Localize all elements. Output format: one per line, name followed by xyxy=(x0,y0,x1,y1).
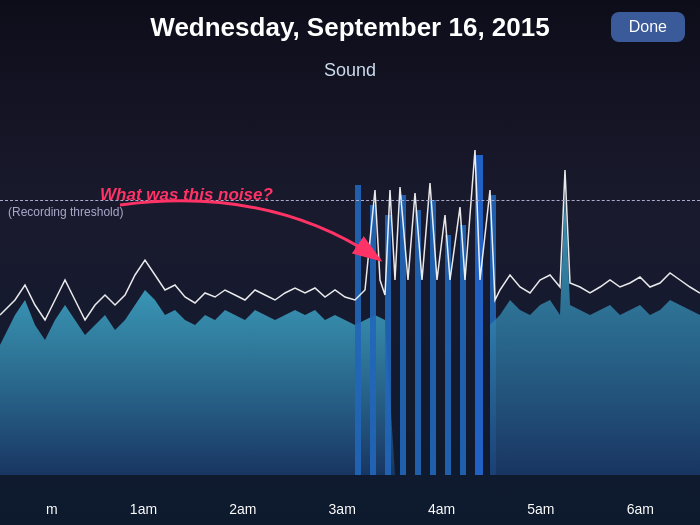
svg-rect-7 xyxy=(460,225,466,475)
x-label-midnight: m xyxy=(46,501,58,517)
app-container: Wednesday, September 16, 2015 Done Sound… xyxy=(0,0,700,525)
x-axis: m 1am 2am 3am 4am 5am 6am xyxy=(0,501,700,517)
svg-rect-8 xyxy=(475,155,483,475)
x-label-6am: 6am xyxy=(627,501,654,517)
chart-title: Sound xyxy=(0,55,700,89)
svg-rect-6 xyxy=(445,235,451,475)
chart-container: Sound (Recording threshold) xyxy=(0,55,700,525)
done-button[interactable]: Done xyxy=(611,12,685,42)
svg-rect-5 xyxy=(430,200,436,475)
x-label-2am: 2am xyxy=(229,501,256,517)
page-title: Wednesday, September 16, 2015 xyxy=(20,12,680,43)
header: Wednesday, September 16, 2015 Done xyxy=(0,0,700,55)
x-label-5am: 5am xyxy=(527,501,554,517)
x-label-1am: 1am xyxy=(130,501,157,517)
x-label-4am: 4am xyxy=(428,501,455,517)
annotation-arrow xyxy=(90,175,420,295)
x-label-3am: 3am xyxy=(329,501,356,517)
